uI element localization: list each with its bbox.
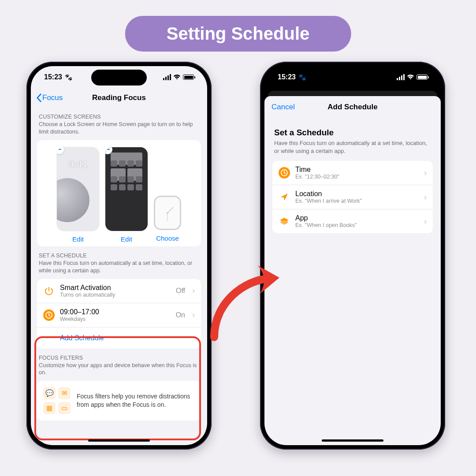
filters-desc: Customize how your apps and device behav… <box>37 361 201 381</box>
page-banner: Setting Schedule <box>125 16 351 52</box>
row-title: Smart Activation <box>60 284 171 292</box>
phone-right: 15:23 🐾 Cancel Add Schedule Set a Schedu… <box>260 62 445 450</box>
option-app[interactable]: App Ex. "When I open Books" › <box>272 209 433 233</box>
filters-card[interactable]: 💬 ✉︎ ▦ ▭ Focus filters help you remove d… <box>37 381 201 420</box>
row-sub: Weekdays <box>60 316 171 322</box>
row-title: App <box>295 214 417 222</box>
edit-home-screen[interactable]: Edit <box>105 235 148 243</box>
schedule-label: SET A SCHEDULE <box>37 246 201 259</box>
sheet-heading: Set a Schedule <box>272 122 433 138</box>
chevron-right-icon: › <box>192 310 195 320</box>
location-icon <box>279 191 290 203</box>
lock-screen-thumb[interactable]: 9:41 <box>57 147 99 231</box>
home-indicator <box>88 439 150 442</box>
lock-screen-time: 9:41 <box>57 159 99 170</box>
cellular-icon <box>163 74 171 80</box>
row-sub: Ex. "12:30–02:30" <box>295 174 417 180</box>
smart-activation-row[interactable]: Smart Activation Turns on automatically … <box>37 279 201 303</box>
option-location[interactable]: Location Ex. "When I arrive at Work" › <box>272 185 433 209</box>
row-sub: Ex. "When I arrive at Work" <box>295 198 417 204</box>
clock-icon <box>43 309 55 321</box>
chevron-right-icon: › <box>424 217 427 226</box>
row-title: Location <box>295 190 417 198</box>
app-icon <box>279 216 290 227</box>
row-title: 09:00–17:00 <box>60 308 171 316</box>
row-sub: Ex. "When I open Books" <box>295 222 417 228</box>
edit-lock-screen[interactable]: Edit <box>57 235 99 243</box>
battery-icon <box>183 74 194 80</box>
battery-icon: ▭ <box>58 402 71 414</box>
add-schedule-row[interactable]: Add Schedule <box>37 327 201 349</box>
status-time: 15:23 <box>278 73 296 81</box>
modal-sheet: Cancel Add Schedule Set a Schedule Have … <box>264 96 441 445</box>
power-icon <box>43 285 55 297</box>
row-title: Time <box>295 166 417 174</box>
nav-bar: Focus Reading Focus <box>31 88 207 108</box>
schedule-card: Smart Activation Turns on automatically … <box>37 279 201 349</box>
row-value: On <box>176 311 185 319</box>
remove-icon[interactable] <box>57 147 64 154</box>
home-screen-thumb[interactable] <box>105 147 148 231</box>
cellular-icon <box>397 74 405 80</box>
mail-icon: ✉︎ <box>58 387 71 399</box>
clock-icon <box>279 167 290 178</box>
add-schedule-label: Add Schedule <box>60 334 195 342</box>
chevron-right-icon: › <box>424 168 427 178</box>
schedule-options-card: Time Ex. "12:30–02:30" › Location Ex. "W… <box>272 161 433 233</box>
calendar-icon: ▦ <box>43 402 56 414</box>
home-indicator <box>322 439 383 442</box>
paw-icon: 🐾 <box>65 74 72 81</box>
svg-line-1 <box>167 207 173 213</box>
chevron-right-icon: › <box>192 286 195 295</box>
watch-thumb[interactable] <box>154 196 181 230</box>
sheet-desc: Have this Focus turn on automatically at… <box>272 138 433 161</box>
customize-screens-label: CUSTOMIZE SCREENS <box>37 108 201 120</box>
option-time[interactable]: Time Ex. "12:30–02:30" › <box>272 161 433 185</box>
notch <box>325 70 380 86</box>
sheet-nav: Cancel Add Schedule <box>264 96 441 118</box>
back-label: Focus <box>42 93 63 102</box>
schedule-desc: Have this Focus turn on automatically at… <box>37 259 201 279</box>
choose-watch[interactable]: Choose <box>154 234 181 242</box>
row-value: Off <box>176 287 185 295</box>
filters-label: FOCUS FILTERS <box>37 349 201 361</box>
filters-text: Focus filters help you remove distractio… <box>77 392 195 409</box>
back-button[interactable]: Focus <box>36 93 202 102</box>
paw-icon: 🐾 <box>298 74 306 81</box>
row-sub: Turns on automatically <box>60 292 171 298</box>
wifi-icon <box>407 74 414 81</box>
battery-icon <box>416 74 428 80</box>
wifi-icon <box>173 74 181 81</box>
filters-icons: 💬 ✉︎ ▦ ▭ <box>43 387 71 414</box>
customize-screens-desc: Choose a Lock Screen or Home Screen page… <box>37 120 201 140</box>
time-schedule-row[interactable]: 09:00–17:00 Weekdays On › <box>37 303 201 327</box>
customize-screens-card: 9:41 Edit <box>37 140 201 246</box>
message-icon: 💬 <box>43 387 56 399</box>
status-time: 15:23 <box>44 73 62 81</box>
chevron-right-icon: › <box>424 193 427 202</box>
phone-left: 15:23 🐾 Focus Reading Focus CUSTOMIZE SC… <box>26 62 212 450</box>
cancel-button[interactable]: Cancel <box>271 103 434 112</box>
notch <box>91 70 147 86</box>
